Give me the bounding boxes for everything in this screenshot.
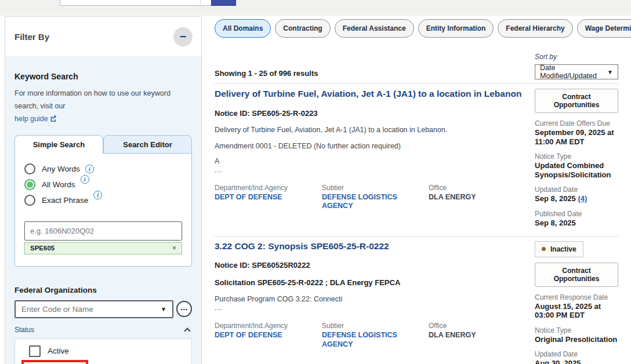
subtier-link[interactable]: DEFENSE LOGISTICS AGENCY	[322, 193, 397, 210]
agency-row: Department/Ind.Agency DEPT OF DEFENSE Su…	[215, 184, 522, 211]
status-badge-label: Inactive	[550, 245, 576, 253]
any-words-radio[interactable]	[24, 163, 35, 174]
sort-by-value: Date Modified/Updated	[540, 64, 607, 80]
collapse-filters-button[interactable]: −	[173, 27, 193, 46]
results-main: All Domains Contracting Federal Assistan…	[215, 19, 618, 364]
result-item: 3.22 COG 2: Synopsis SPE605-25-R-0222 No…	[215, 236, 618, 364]
solicitation-line: Solicitation SPE605-25-R-0222 ; DLA Ener…	[215, 278, 522, 287]
contract-opportunities-button[interactable]: Contract Opportunities	[535, 89, 618, 113]
status-section-header[interactable]: Status	[14, 326, 192, 334]
department-label: Department/Ind.Agency	[215, 322, 322, 330]
federal-organizations-combobox[interactable]: Enter Code or Name ▼	[14, 300, 173, 318]
meta-label: Published Date	[535, 210, 618, 218]
keyword-search-tabs: Simple Search Search Editor	[14, 135, 192, 154]
ellipsis-icon: …	[180, 304, 188, 311]
department-label: Department/Ind.Agency	[215, 184, 322, 192]
radio-row-any-words: Any Words i	[24, 163, 182, 174]
meta-label: Current Date Offers Due	[535, 119, 618, 128]
meta-value: Aug 30, 2025	[535, 359, 618, 364]
tab-simple-search[interactable]: Simple Search	[14, 135, 103, 154]
subtier-link[interactable]: DEFENSE LOGISTICS AGENCY	[322, 331, 397, 348]
meta-value: Original Presolicitation	[535, 335, 618, 344]
any-words-label: Any Words	[42, 165, 80, 173]
notice-id: Notice ID: SPE60525R0222	[215, 261, 522, 270]
result-item: Delivery of Turbine Fuel, Aviation, Jet …	[215, 84, 618, 228]
meta-value: Sep 8, 2025 (4)	[535, 194, 618, 203]
result-description: A	[215, 157, 522, 165]
truncation-ellipsis: ...	[215, 166, 522, 174]
all-words-label: All Words	[42, 180, 75, 189]
info-icon[interactable]: i	[93, 191, 102, 199]
exact-phrase-label: Exact Phrase	[42, 196, 88, 205]
meta-label: Current Response Date	[535, 293, 618, 301]
chevron-down-icon: ▼	[161, 306, 166, 312]
meta-value: Updated Combined Synopsis/Solicitation	[535, 161, 618, 179]
filter-body: Keyword Search For more information on h…	[5, 56, 201, 364]
chevron-up-icon	[184, 327, 190, 334]
chevron-down-icon: ▼	[607, 69, 613, 75]
status-options-box: Active ✓ Inactive	[14, 338, 192, 364]
federal-organizations-heading: Federal Organizations	[14, 286, 192, 294]
global-search-input[interactable]	[60, 0, 212, 6]
remove-tag-icon[interactable]: ×	[172, 244, 176, 252]
sort-by-block: Sort by Date Modified/Updated ▼	[535, 53, 618, 79]
meta-value: Sep 8, 2025	[535, 219, 618, 228]
keyword-tag-label: SPE605	[30, 245, 55, 252]
tab-all-domains[interactable]: All Domains	[215, 19, 271, 38]
active-checkbox[interactable]	[29, 345, 41, 357]
info-icon[interactable]: i	[85, 165, 94, 173]
tab-entity-information[interactable]: Entity Information	[418, 19, 494, 38]
department-link[interactable]: DEPT OF DEFENSE	[215, 331, 282, 339]
tab-federal-hierarchy[interactable]: Federal Hierarchy	[498, 19, 572, 38]
federal-organizations-row: Enter Code or Name ▼ …	[14, 300, 192, 318]
annotation-highlight-box: ✓ Inactive	[21, 360, 88, 364]
result-body: Delivery of Turbine Fuel, Aviation, Jet …	[215, 89, 535, 228]
meta-value: August 15, 2025 at 03:00 PM EDT	[535, 302, 618, 320]
contract-opportunities-button[interactable]: Contract Opportunities	[535, 263, 618, 287]
office-value: DLA ENERGY	[429, 331, 522, 340]
help-guide-link[interactable]: help guide	[14, 115, 57, 123]
all-words-radio[interactable]	[24, 179, 35, 190]
subtier-label: Subtier	[322, 322, 429, 330]
global-search-button[interactable]	[211, 0, 236, 6]
sort-by-select[interactable]: Date Modified/Updated ▼	[535, 64, 618, 79]
simple-search-panel: Any Words i All Words i Exact Phrase i S…	[14, 153, 192, 267]
result-description: Delivery of Turbine Fuel, Aviation, Jet …	[215, 126, 522, 134]
keyword-search-input[interactable]	[24, 221, 182, 241]
truncation-ellipsis: ...	[215, 304, 522, 312]
meta-label: Notice Type	[535, 326, 618, 334]
tab-wage-determinations[interactable]: Wage Determinations	[577, 19, 631, 38]
keyword-tag: SPE605 ×	[24, 242, 182, 254]
status-option-active: Active	[29, 345, 186, 357]
update-count-link[interactable]: (4)	[578, 194, 587, 203]
keyword-search-heading: Keyword Search	[14, 72, 192, 81]
results-summary: Showing 1 - 25 of 996 results	[215, 69, 318, 78]
more-options-button[interactable]: …	[176, 301, 192, 317]
notice-id: Notice ID: SPE605-25-R-0223	[215, 109, 522, 118]
result-title-link[interactable]: 3.22 COG 2: Synopsis SPE605-25-R-0222	[215, 241, 522, 252]
global-search-divider	[200, 0, 201, 6]
result-body: 3.22 COG 2: Synopsis SPE605-25-R-0222 No…	[215, 241, 535, 364]
top-header-strip	[0, 0, 631, 16]
exact-phrase-radio[interactable]	[24, 195, 35, 206]
office-value: DLA ENERGY	[429, 193, 522, 202]
filter-title: Filter By	[14, 32, 49, 42]
subtier-label: Subtier	[322, 184, 429, 192]
meta-value: September 09, 2025 at 11:00 AM EDT	[535, 128, 618, 146]
external-link-icon	[50, 114, 57, 126]
info-icon[interactable]: i	[81, 175, 89, 184]
result-title-link[interactable]: Delivery of Turbine Fuel, Aviation, Jet …	[215, 89, 522, 100]
tab-contracting[interactable]: Contracting	[275, 19, 330, 38]
result-description: Amendment 0001 - DELETED (No further act…	[215, 142, 522, 150]
active-label: Active	[48, 347, 69, 355]
tab-search-editor[interactable]: Search Editor	[103, 135, 192, 154]
radio-row-exact-phrase: Exact Phrase i	[24, 195, 182, 206]
department-link[interactable]: DEPT OF DEFENSE	[215, 193, 282, 201]
status-label: Status	[14, 326, 34, 334]
combobox-placeholder: Enter Code or Name	[21, 305, 93, 314]
minus-icon: −	[180, 30, 187, 43]
tab-federal-assistance[interactable]: Federal Assistance	[335, 19, 414, 38]
agency-row: Department/Ind.Agency DEPT OF DEFENSE Su…	[215, 322, 522, 349]
filter-header: Filter By −	[5, 17, 201, 56]
sort-by-label: Sort by	[535, 53, 618, 61]
